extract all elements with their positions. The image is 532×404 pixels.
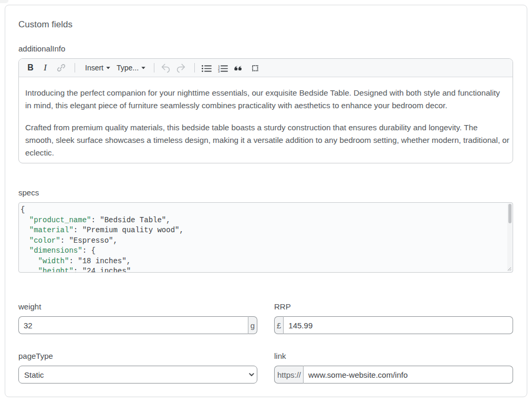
svg-text:3: 3 [218,70,220,72]
